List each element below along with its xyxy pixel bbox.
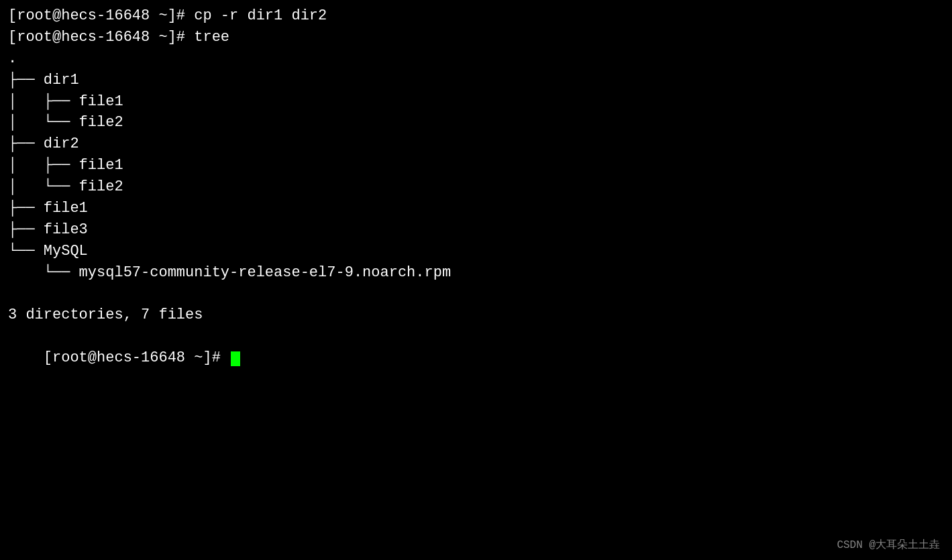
- terminal-line-1: [root@hecs-16648 ~]# cp -r dir1 dir2: [8, 5, 944, 27]
- terminal-line-12: └── MySQL: [8, 241, 944, 262]
- terminal-line-2: [root@hecs-16648 ~]# tree: [8, 27, 944, 48]
- terminal-line-blank: [8, 284, 944, 305]
- terminal-line-6: │ └── file2: [8, 112, 944, 133]
- terminal-line-5: │ ├── file1: [8, 91, 944, 113]
- terminal-line-7: ├── dir2: [8, 133, 944, 155]
- terminal-window: [root@hecs-16648 ~]# cp -r dir1 dir2 [ro…: [0, 0, 952, 560]
- terminal-line-9: │ └── file2: [8, 176, 944, 198]
- terminal-line-8: │ ├── file1: [8, 155, 944, 176]
- terminal-line-13: └── mysql57-community-release-el7-9.noar…: [8, 262, 944, 284]
- terminal-line-11: ├── file3: [8, 219, 944, 241]
- prompt-text: [root@hecs-16648 ~]#: [44, 349, 229, 366]
- terminal-line-prompt[interactable]: [root@hecs-16648 ~]#: [8, 326, 944, 390]
- terminal-line-10: ├── file1: [8, 198, 944, 219]
- cursor: [231, 351, 240, 366]
- watermark: CSDN @大耳朵土土垚: [837, 538, 940, 552]
- terminal-line-3: .: [8, 48, 944, 70]
- terminal-line-summary: 3 directories, 7 files: [8, 304, 944, 326]
- terminal-line-4: ├── dir1: [8, 70, 944, 91]
